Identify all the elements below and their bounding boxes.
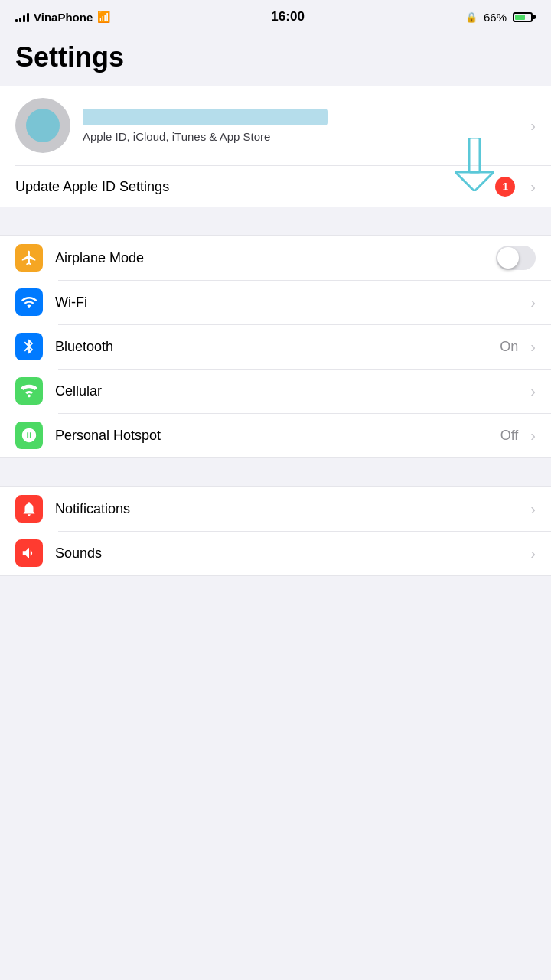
notifications-section: Notifications › Sounds › [0, 486, 551, 576]
connectivity-section: Airplane Mode Wi-Fi › Bluetooth On › [0, 235, 551, 458]
wifi-icon-box [15, 288, 43, 316]
battery-percent: 66% [484, 11, 507, 24]
hotspot-label: Personal Hotspot [55, 428, 500, 444]
wifi-status-icon: 📶 [97, 11, 110, 23]
svg-rect-0 [469, 138, 480, 172]
section-gap-2 [0, 458, 551, 486]
profile-name-blur [83, 109, 328, 125]
hotspot-icon-box [15, 422, 43, 449]
bluetooth-row[interactable]: Bluetooth On › [0, 324, 551, 369]
sounds-label: Sounds [55, 545, 523, 562]
battery-icon [513, 12, 536, 22]
signal-bars-icon [15, 11, 29, 22]
status-bar: VinaPhone 📶 16:00 🔒 66% [0, 0, 551, 34]
avatar-circle [26, 109, 60, 142]
bluetooth-label: Bluetooth [55, 339, 500, 355]
carrier-name: VinaPhone [34, 11, 93, 24]
avatar [15, 98, 70, 153]
profile-chevron-icon: › [530, 117, 536, 135]
status-left: VinaPhone 📶 [15, 11, 110, 24]
bluetooth-value: On [500, 339, 518, 355]
airplane-mode-icon [15, 244, 43, 272]
lock-icon: 🔒 [465, 11, 478, 23]
cellular-row[interactable]: Cellular › [0, 369, 551, 413]
hotspot-row[interactable]: Personal Hotspot Off › [0, 413, 551, 457]
arrow-annotation [455, 138, 494, 194]
update-badge: 1 [495, 177, 515, 197]
wifi-label: Wi-Fi [55, 295, 523, 311]
notifications-chevron-icon: › [530, 500, 536, 518]
update-chevron-icon: › [530, 178, 536, 196]
wifi-row[interactable]: Wi-Fi › [0, 280, 551, 324]
bluetooth-icon-box [15, 333, 43, 360]
update-apple-id-label: Update Apple ID Settings [15, 179, 495, 195]
sounds-icon-box [15, 539, 43, 567]
airplane-mode-row[interactable]: Airplane Mode [0, 236, 551, 280]
section-gap-1 [0, 207, 551, 235]
notifications-row[interactable]: Notifications › [0, 487, 551, 531]
settings-title-area: Settings [0, 34, 551, 86]
sounds-chevron-icon: › [530, 545, 536, 562]
notifications-label: Notifications [55, 501, 523, 517]
status-right: 🔒 66% [465, 11, 536, 24]
cellular-chevron-icon: › [530, 383, 536, 400]
page-title: Settings [15, 41, 536, 73]
hotspot-value: Off [500, 428, 519, 444]
airplane-mode-label: Airplane Mode [55, 250, 496, 266]
bluetooth-chevron-icon: › [530, 338, 536, 356]
wifi-chevron-icon: › [530, 294, 536, 311]
cellular-icon-box [15, 377, 43, 405]
airplane-mode-toggle[interactable] [496, 246, 536, 270]
svg-marker-1 [455, 172, 494, 191]
cellular-label: Cellular [55, 383, 523, 399]
notifications-icon-box [15, 495, 43, 523]
sounds-row[interactable]: Sounds › [0, 531, 551, 575]
status-time: 16:00 [271, 9, 304, 24]
hotspot-chevron-icon: › [530, 427, 536, 444]
